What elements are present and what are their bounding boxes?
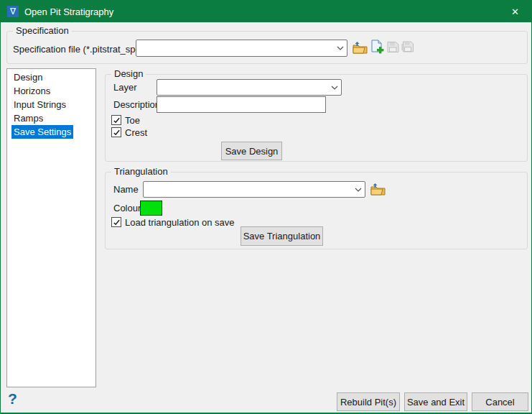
- sidebar-item-design[interactable]: Design: [7, 70, 95, 84]
- browse-triangulation-folder-icon[interactable]: [370, 182, 386, 196]
- toe-checkbox[interactable]: [111, 115, 121, 125]
- app-nabla-icon: ∇: [7, 6, 19, 17]
- specification-file-combobox[interactable]: [136, 40, 347, 57]
- help-icon[interactable]: ?: [8, 390, 17, 408]
- chevron-down-icon: [328, 86, 341, 90]
- save-design-button[interactable]: Save Design: [221, 142, 282, 160]
- window-title: Open Pit Stratigraphy: [24, 6, 113, 17]
- sidebar-item-label: Design: [11, 70, 45, 84]
- specification-group-label: Specification: [13, 25, 72, 36]
- settings-pages-list: Design Horizons Input Strings Ramps Save…: [6, 68, 96, 387]
- rebuild-pits-button[interactable]: Rebuild Pit(s): [337, 392, 400, 411]
- crest-checkbox-label: Crest: [125, 127, 147, 138]
- check-icon: [113, 218, 121, 226]
- open-folder-icon[interactable]: [352, 40, 368, 55]
- design-group: Design Layer Description Toe Crest Save …: [105, 74, 528, 162]
- new-spec-icon[interactable]: [370, 39, 384, 55]
- sidebar-item-save-settings[interactable]: Save Settings: [7, 125, 95, 139]
- chevron-down-icon: [334, 46, 347, 50]
- layer-combobox[interactable]: [157, 79, 342, 96]
- load-triangulation-checkbox-label: Load triangulation on save: [125, 217, 235, 228]
- sidebar-item-label: Horizons: [11, 84, 52, 98]
- sidebar-item-label: Save Settings: [11, 125, 73, 139]
- save-spec-icon[interactable]: [386, 40, 400, 54]
- triangulation-name-combobox[interactable]: [143, 181, 365, 198]
- titlebar: ∇ Open Pit Stratigraphy ✕: [1, 1, 531, 22]
- toe-checkbox-label: Toe: [125, 115, 140, 126]
- specification-group: Specification Specification file (*.pits…: [6, 31, 528, 64]
- design-group-label: Design: [111, 68, 146, 79]
- triangulation-name-label: Name: [113, 184, 139, 195]
- open-pit-stratigraphy-dialog: ∇ Open Pit Stratigraphy ✕ Specification …: [0, 0, 532, 414]
- triangulation-group-label: Triangulation: [111, 166, 171, 177]
- load-triangulation-checkbox[interactable]: [111, 217, 121, 227]
- check-icon: [113, 116, 121, 124]
- sidebar-item-input-strings[interactable]: Input Strings: [7, 98, 95, 111]
- save-spec-as-icon[interactable]: [401, 40, 414, 54]
- specification-file-label: Specification file (*.pitstrat_spec): [13, 44, 149, 55]
- layer-label: Layer: [113, 82, 137, 93]
- crest-checkbox[interactable]: [111, 127, 121, 137]
- description-label: Description: [113, 99, 160, 110]
- close-icon[interactable]: ✕: [499, 1, 531, 22]
- save-and-exit-button[interactable]: Save and Exit: [404, 392, 467, 411]
- colour-label: Colour: [113, 203, 141, 213]
- colour-swatch-button[interactable]: [140, 201, 162, 216]
- triangulation-group: Triangulation Name Colour Load triangula…: [105, 172, 528, 249]
- save-triangulation-button[interactable]: Save Triangulation: [241, 226, 323, 246]
- sidebar-item-ramps[interactable]: Ramps: [7, 111, 95, 125]
- sidebar-item-label: Ramps: [11, 111, 45, 125]
- colour-swatch-fill: [141, 201, 162, 215]
- description-input[interactable]: [157, 96, 326, 113]
- sidebar-item-horizons[interactable]: Horizons: [7, 84, 95, 98]
- check-icon: [113, 129, 121, 137]
- cancel-button[interactable]: Cancel: [472, 392, 528, 411]
- chevron-down-icon: [352, 188, 365, 192]
- sidebar-item-label: Input Strings: [11, 98, 68, 111]
